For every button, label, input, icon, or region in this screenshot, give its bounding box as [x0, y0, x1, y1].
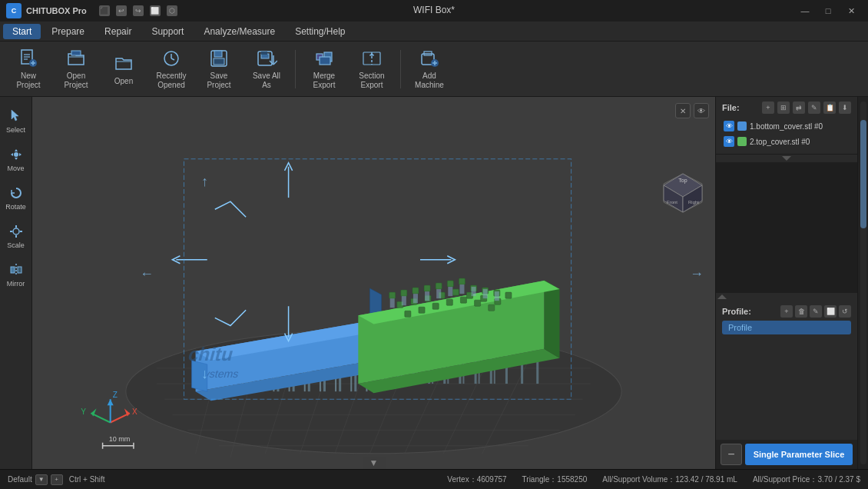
rotate-tool[interactable]: Rotate — [2, 180, 30, 215]
open-button[interactable]: Open — [101, 46, 146, 92]
recently-opened-button[interactable]: RecentlyOpened — [149, 46, 194, 92]
svg-rect-131 — [475, 300, 481, 306]
panel-collapse[interactable] — [716, 155, 857, 162]
slice-btn-area: − Single Parameter Slice — [716, 440, 857, 469]
save-project-icon — [207, 48, 230, 69]
price-info: All/Support Price：3.70 / 2.37 $ — [753, 474, 860, 485]
toolbar-icon-2[interactable]: ↩ — [116, 5, 127, 16]
svg-rect-130 — [460, 297, 466, 303]
save-all-as-button[interactable]: Save All As — [244, 46, 289, 92]
svg-rect-117 — [505, 292, 512, 298]
mode-dropdown[interactable]: ▼ — [35, 474, 48, 485]
obj1-color — [737, 121, 747, 131]
file-swap-icon[interactable]: ⇄ — [793, 101, 805, 114]
object-item-2[interactable]: 👁 2.top_cover.stl #0 — [722, 134, 851, 149]
profile-edit-icon[interactable]: ✎ — [810, 305, 822, 318]
file-label: File: — [722, 103, 740, 112]
slider-thumb[interactable] — [860, 120, 866, 229]
file-edit-icon[interactable]: ✎ — [808, 101, 820, 114]
svg-text:Right: Right — [688, 200, 699, 205]
slice-button[interactable]: Single Parameter Slice — [745, 444, 853, 465]
profile-add-icon[interactable]: + — [780, 305, 793, 318]
menu-support[interactable]: Support — [142, 24, 193, 39]
section-export-button[interactable]: SectionExport — [350, 46, 394, 92]
status-stats: Vertex：4609757 Triangle：1558250 All/Supp… — [447, 474, 860, 485]
status-left: Default ▼ + Ctrl + Shift — [8, 474, 105, 485]
svg-rect-109 — [412, 288, 419, 294]
viewport-scroll-bottom[interactable]: ▼ — [363, 457, 386, 469]
svg-text:Top: Top — [678, 178, 687, 184]
toolbar-icon-1[interactable]: ⬛ — [99, 5, 110, 16]
selection-arrow-top: ↑ — [201, 174, 208, 190]
menu-prepare[interactable]: Prepare — [42, 24, 94, 39]
viewport-close-button[interactable]: ✕ — [675, 103, 691, 118]
triangle-count: Triangle：1558250 — [522, 474, 588, 485]
svg-rect-22 — [320, 57, 330, 65]
save-project-label: Save Project — [200, 72, 238, 90]
scale-tool[interactable]: Scale — [2, 218, 30, 254]
new-project-button[interactable]: New Project — [6, 46, 51, 92]
svg-rect-139 — [459, 284, 464, 294]
open-project-label: OpenProject — [64, 72, 88, 90]
mode-add-button[interactable]: + — [51, 474, 63, 485]
toolbar-separator-2 — [400, 50, 401, 88]
maximize-button[interactable]: □ — [817, 3, 839, 18]
svg-marker-169 — [717, 294, 727, 299]
rotate-label: Rotate — [5, 203, 26, 211]
svg-marker-168 — [782, 156, 791, 161]
select-icon — [8, 108, 25, 125]
profile-copy-icon[interactable]: ⬜ — [824, 305, 837, 318]
move-tool[interactable]: Move — [2, 141, 30, 177]
open-icon — [112, 52, 135, 75]
rotate-icon — [8, 185, 25, 201]
recently-opened-label: RecentlyOpened — [157, 72, 187, 90]
merge-export-button[interactable]: MergeExport — [302, 46, 346, 92]
minimize-button[interactable]: — — [794, 3, 816, 18]
panel-expand-button[interactable] — [716, 293, 857, 301]
svg-rect-128 — [432, 303, 439, 309]
menu-setting[interactable]: Setting/Help — [286, 24, 354, 39]
svg-rect-110 — [424, 285, 430, 291]
save-project-button[interactable]: Save Project — [197, 46, 241, 92]
viewport[interactable]: chitu systems — [32, 97, 715, 469]
file-header: File: + ⊞ ⇄ ✎ 📋 ⬇ — [722, 101, 851, 114]
svg-text:Y: Y — [81, 408, 86, 416]
profile-current[interactable]: Profile — [722, 321, 851, 334]
file-add-icon[interactable]: + — [762, 101, 774, 114]
open-project-button[interactable]: OpenProject — [54, 46, 98, 92]
menu-start[interactable]: Start — [3, 24, 41, 39]
toolbar-icon-5[interactable]: ⬡ — [167, 5, 177, 16]
add-machine-button[interactable]: AddMachine — [407, 46, 452, 92]
viewport-eye-button[interactable]: 👁 — [694, 103, 709, 118]
toolbar-icon-4[interactable]: ⬜ — [150, 5, 161, 16]
file-down-icon[interactable]: ⬇ — [839, 101, 851, 114]
nav-cube[interactable]: Top Front Right — [660, 170, 706, 216]
svg-text:X: X — [132, 408, 137, 416]
select-tool[interactable]: Select — [2, 103, 30, 138]
title-bar: C CHITUBOX Pro ⬛ ↩ ↪ ⬜ ⬡ WIFI Box* — □ ✕ — [0, 0, 868, 22]
svg-rect-107 — [389, 292, 396, 298]
file-section: File: + ⊞ ⇄ ✎ 📋 ⬇ 👁 1.bottom_cover.stl #… — [716, 97, 857, 155]
window-title: WIFI Box* — [413, 5, 455, 15]
profile-delete-icon[interactable]: 🗑 — [795, 305, 807, 318]
new-project-label: New Project — [9, 72, 48, 90]
menu-repair[interactable]: Repair — [95, 24, 141, 39]
vertical-slider[interactable]: ¼ ½ ¾ — [857, 97, 868, 469]
window-controls: — □ ✕ — [794, 3, 862, 18]
mirror-tool[interactable]: Mirror — [2, 257, 30, 292]
svg-text:Front: Front — [667, 200, 678, 205]
svg-rect-126 — [405, 311, 411, 317]
profile-icons: + 🗑 ✎ ⬜ ↺ — [780, 305, 851, 318]
file-grid-icon[interactable]: ⊞ — [777, 101, 790, 114]
volume-info: All/Support Volume：123.42 / 78.91 mL — [602, 474, 737, 485]
obj2-vis-btn[interactable]: 👁 — [724, 136, 734, 147]
menu-bar: Start Prepare Repair Support Analyze/Mea… — [0, 22, 868, 42]
profile-refresh-icon[interactable]: ↺ — [839, 305, 851, 318]
close-button[interactable]: ✕ — [840, 3, 862, 18]
obj1-vis-btn[interactable]: 👁 — [724, 121, 734, 131]
slice-minus-button[interactable]: − — [721, 444, 742, 465]
object-item-1[interactable]: 👁 1.bottom_cover.stl #0 — [722, 118, 851, 134]
file-copy-icon[interactable]: 📋 — [823, 101, 836, 114]
toolbar-icon-3[interactable]: ↪ — [133, 5, 144, 16]
menu-analyze[interactable]: Analyze/Measure — [194, 24, 284, 39]
